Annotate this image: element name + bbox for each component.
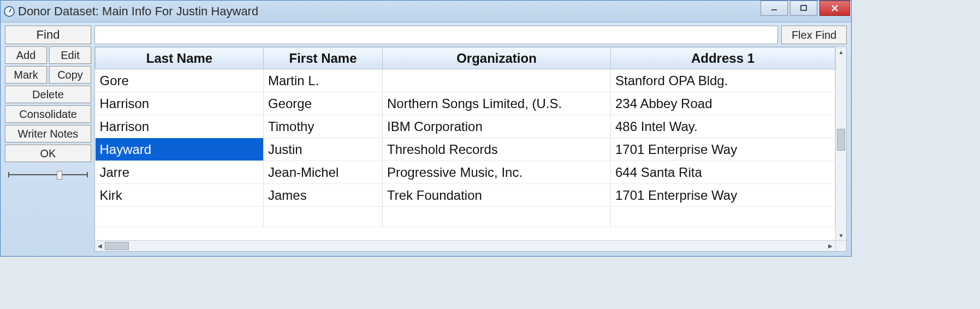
- table-cell[interactable]: 234 Abbey Road: [611, 92, 835, 115]
- slider-track: [8, 174, 88, 175]
- column-header[interactable]: Last Name: [96, 47, 264, 69]
- column-header[interactable]: Organization: [383, 47, 611, 69]
- table-row[interactable]: GoreMartin L.Stanford OPA Bldg.: [96, 69, 835, 92]
- table-cell[interactable]: Jean-Michel: [264, 161, 383, 184]
- table-cell[interactable]: Harrison: [96, 92, 264, 115]
- table-cell[interactable]: [96, 207, 264, 227]
- search-input[interactable]: [94, 26, 778, 44]
- table-row[interactable]: [96, 207, 835, 227]
- table-cell[interactable]: Gore: [96, 69, 264, 92]
- content-area: Find Flex Find Add Edit Mark Copy Delete…: [1, 22, 851, 256]
- scroll-right-arrow-icon[interactable]: ▶: [825, 241, 835, 251]
- table-cell[interactable]: 644 Santa Rita: [611, 161, 835, 184]
- table-row[interactable]: HarrisonGeorgeNorthern Songs Limited, (U…: [96, 92, 835, 115]
- table-cell[interactable]: Jarre: [96, 161, 264, 184]
- table-header-row: Last NameFirst NameOrganizationAddress 1: [96, 47, 835, 69]
- close-icon: [830, 4, 839, 13]
- table-cell[interactable]: Hayward: [96, 138, 264, 161]
- edit-button[interactable]: Edit: [49, 46, 91, 64]
- table-row[interactable]: HaywardJustinThreshold Records1701 Enter…: [96, 138, 835, 161]
- table-cell[interactable]: 486 Intel Way.: [611, 115, 835, 138]
- data-table: Last NameFirst NameOrganizationAddress 1…: [95, 47, 835, 227]
- find-button[interactable]: Find: [5, 26, 91, 44]
- window-title: Donor Dataset: Main Info For Justin Hayw…: [18, 4, 258, 19]
- table-cell[interactable]: [611, 207, 835, 227]
- table-cell[interactable]: 1701 Enterprise Way: [611, 184, 835, 207]
- maximize-icon: [800, 4, 807, 12]
- mark-button[interactable]: Mark: [5, 66, 47, 84]
- maximize-button[interactable]: [790, 1, 817, 16]
- table-cell[interactable]: Harrison: [96, 115, 264, 138]
- svg-rect-1: [801, 5, 806, 10]
- table-row[interactable]: KirkJamesTrek Foundation1701 Enterprise …: [96, 184, 835, 207]
- horizontal-scrollbar[interactable]: ◀ ▶: [95, 240, 835, 251]
- flex-find-button[interactable]: Flex Find: [781, 26, 847, 44]
- slider-thumb[interactable]: [57, 171, 62, 180]
- table-cell[interactable]: IBM Corporation: [383, 115, 611, 138]
- zoom-slider[interactable]: [5, 170, 91, 180]
- main-row: Add Edit Mark Copy Delete Consolidate Wr…: [5, 46, 847, 252]
- table-cell[interactable]: Threshold Records: [383, 138, 611, 161]
- writer-notes-button[interactable]: Writer Notes: [5, 125, 91, 142]
- titlebar[interactable]: Donor Dataset: Main Info For Justin Hayw…: [1, 1, 851, 22]
- table-row[interactable]: HarrisonTimothyIBM Corporation486 Intel …: [96, 115, 835, 138]
- ok-button[interactable]: OK: [5, 145, 91, 162]
- table-cell[interactable]: Timothy: [264, 115, 383, 138]
- app-icon: [4, 6, 15, 17]
- table-cell[interactable]: [383, 207, 611, 227]
- horizontal-scroll-thumb[interactable]: [105, 242, 129, 250]
- table-cell[interactable]: Stanford OPA Bldg.: [611, 69, 835, 92]
- scroll-down-arrow-icon[interactable]: ▼: [836, 230, 846, 240]
- table-cell[interactable]: 1701 Enterprise Way: [611, 138, 835, 161]
- svg-rect-0: [771, 9, 777, 10]
- close-button[interactable]: [819, 1, 850, 16]
- delete-button[interactable]: Delete: [5, 86, 91, 103]
- sidebar: Add Edit Mark Copy Delete Consolidate Wr…: [5, 46, 91, 252]
- consolidate-button[interactable]: Consolidate: [5, 105, 91, 123]
- slider-tick: [87, 172, 88, 177]
- vertical-scroll-thumb[interactable]: [837, 129, 845, 151]
- slider-tick: [8, 172, 9, 177]
- table-cell[interactable]: [383, 69, 611, 92]
- app-window: Donor Dataset: Main Info For Justin Hayw…: [0, 0, 852, 257]
- table-cell[interactable]: George: [264, 92, 383, 115]
- scroll-corner: [835, 240, 846, 251]
- table-cell[interactable]: Kirk: [96, 184, 264, 207]
- search-row: Find Flex Find: [5, 26, 847, 44]
- data-grid: Last NameFirst NameOrganizationAddress 1…: [94, 46, 847, 252]
- vertical-scrollbar[interactable]: ▲ ▼: [835, 47, 846, 240]
- table-cell[interactable]: Northern Songs Limited, (U.S.: [383, 92, 611, 115]
- table-cell[interactable]: Progressive Music, Inc.: [383, 161, 611, 184]
- add-button[interactable]: Add: [5, 46, 47, 64]
- table-cell[interactable]: Justin: [264, 138, 383, 161]
- minimize-icon: [770, 4, 778, 12]
- minimize-button[interactable]: [761, 1, 788, 16]
- scroll-up-arrow-icon[interactable]: ▲: [836, 47, 846, 57]
- table-cell[interactable]: Trek Foundation: [383, 184, 611, 207]
- column-header[interactable]: First Name: [264, 47, 383, 69]
- scroll-left-arrow-icon[interactable]: ◀: [95, 241, 105, 251]
- table-cell[interactable]: [264, 207, 383, 227]
- table-row[interactable]: JarreJean-MichelProgressive Music, Inc.6…: [96, 161, 835, 184]
- table-cell[interactable]: James: [264, 184, 383, 207]
- copy-button[interactable]: Copy: [49, 66, 91, 84]
- column-header[interactable]: Address 1: [611, 47, 835, 69]
- table-cell[interactable]: Martin L.: [264, 69, 383, 92]
- window-controls: [758, 1, 851, 17]
